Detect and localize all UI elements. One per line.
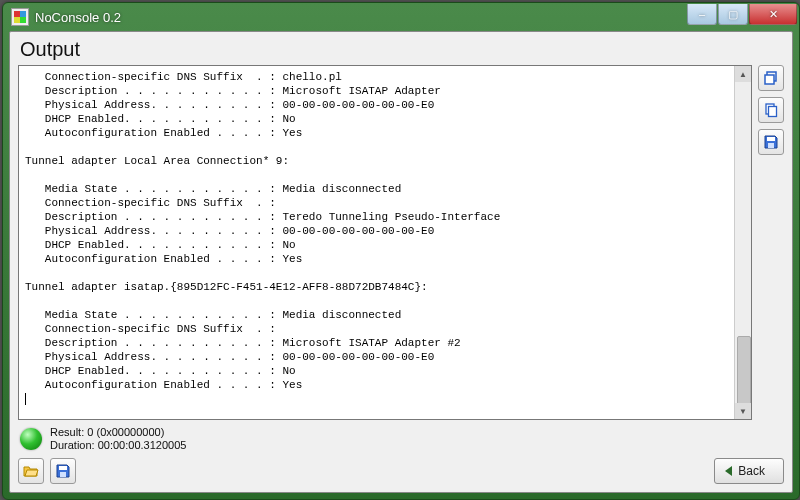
text-cursor	[25, 393, 26, 405]
save-icon	[55, 463, 71, 479]
duration-text: Duration: 00:00:00.3120005	[50, 439, 186, 452]
open-file-button[interactable]	[18, 458, 44, 484]
close-icon: ✕	[769, 8, 778, 21]
window-title: NoConsole 0.2	[35, 10, 686, 25]
svg-rect-7	[60, 472, 66, 477]
svg-rect-6	[59, 466, 67, 470]
scroll-up-arrow-icon[interactable]: ▲	[735, 66, 751, 82]
restore-window-button[interactable]	[758, 65, 784, 91]
app-icon	[11, 8, 29, 26]
output-heading: Output	[20, 38, 784, 61]
console-text: Connection-specific DNS Suffix . : chell…	[25, 71, 500, 391]
save-side-button[interactable]	[758, 129, 784, 155]
svg-rect-1	[765, 75, 774, 84]
mid-section: Connection-specific DNS Suffix . : chell…	[18, 65, 784, 420]
svg-rect-5	[768, 143, 774, 148]
app-window: NoConsole 0.2 – ▢ ✕ Output Connection-sp…	[2, 2, 800, 500]
side-toolbar	[758, 65, 784, 420]
maximize-button[interactable]: ▢	[718, 4, 748, 25]
bottom-left-buttons	[18, 458, 76, 484]
console-container: Connection-specific DNS Suffix . : chell…	[18, 65, 752, 420]
window-controls: – ▢ ✕	[686, 4, 799, 24]
vertical-scrollbar[interactable]: ▲ ▼	[734, 66, 751, 419]
restore-icon	[763, 70, 779, 86]
save-file-button[interactable]	[50, 458, 76, 484]
back-label: Back	[738, 464, 765, 478]
bottom-toolbar: Back	[18, 458, 784, 484]
save-icon	[763, 134, 779, 150]
console-output[interactable]: Connection-specific DNS Suffix . : chell…	[19, 66, 734, 419]
minimize-button[interactable]: –	[687, 4, 717, 25]
copy-button[interactable]	[758, 97, 784, 123]
scroll-down-arrow-icon[interactable]: ▼	[735, 403, 751, 419]
status-row: Result: 0 (0x00000000) Duration: 00:00:0…	[20, 426, 784, 452]
maximize-icon: ▢	[728, 8, 738, 21]
svg-rect-3	[769, 107, 777, 117]
copy-icon	[763, 102, 779, 118]
result-text: Result: 0 (0x00000000)	[50, 426, 186, 439]
svg-rect-4	[767, 137, 775, 141]
minimize-icon: –	[699, 8, 705, 20]
status-text: Result: 0 (0x00000000) Duration: 00:00:0…	[50, 426, 186, 452]
back-button[interactable]: Back	[714, 458, 784, 484]
arrow-left-icon	[725, 466, 732, 476]
close-button[interactable]: ✕	[749, 4, 797, 25]
status-led-icon	[20, 428, 42, 450]
client-area: Output Connection-specific DNS Suffix . …	[9, 31, 793, 493]
titlebar[interactable]: NoConsole 0.2 – ▢ ✕	[3, 3, 799, 31]
folder-open-icon	[23, 463, 39, 479]
